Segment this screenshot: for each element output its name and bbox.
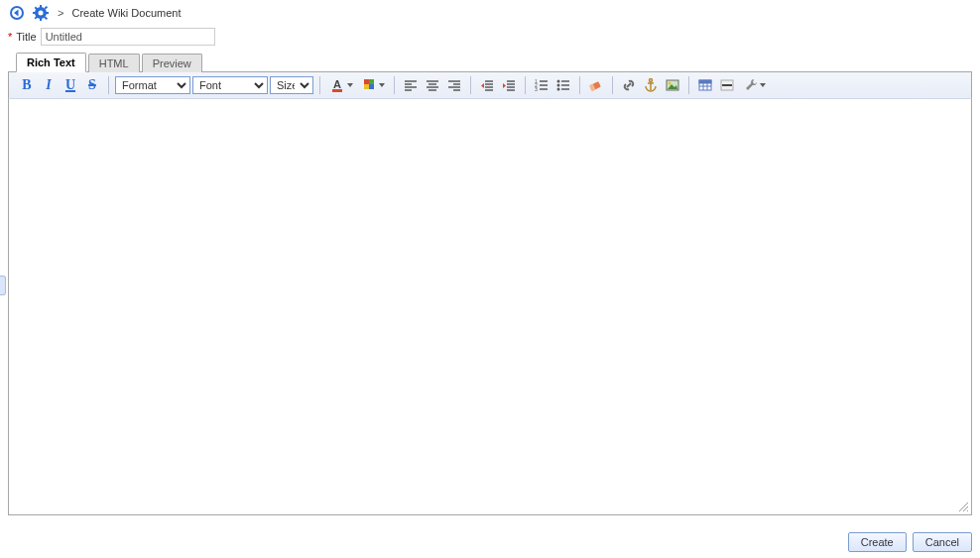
indent-button[interactable] bbox=[499, 75, 519, 95]
side-panel-expand-handle[interactable] bbox=[0, 276, 6, 295]
editor-toolbar: B I U S Format Font Size A bbox=[8, 72, 972, 99]
toolbar-separator bbox=[470, 76, 471, 94]
tab-label: Preview bbox=[153, 57, 191, 69]
toolbar-separator bbox=[579, 76, 580, 94]
tab-html[interactable]: HTML bbox=[88, 54, 140, 72]
toolbar-separator bbox=[319, 76, 320, 94]
resize-grip-icon[interactable] bbox=[957, 501, 969, 512]
size-select[interactable]: Size bbox=[270, 76, 313, 94]
toolbar-separator bbox=[394, 76, 395, 94]
bold-button[interactable]: B bbox=[17, 75, 37, 95]
editor-content-area[interactable] bbox=[8, 99, 972, 515]
back-icon[interactable] bbox=[8, 4, 26, 22]
svg-rect-15 bbox=[364, 79, 369, 84]
svg-rect-62 bbox=[699, 80, 711, 83]
svg-point-55 bbox=[650, 79, 653, 82]
svg-rect-6 bbox=[33, 12, 36, 14]
toolbar-separator bbox=[525, 76, 526, 94]
svg-rect-5 bbox=[40, 18, 42, 21]
align-right-button[interactable] bbox=[444, 75, 464, 95]
tab-preview[interactable]: Preview bbox=[142, 54, 202, 72]
svg-marker-35 bbox=[481, 83, 484, 88]
wiki-gear-icon[interactable] bbox=[32, 4, 50, 22]
ordered-list-button[interactable]: 1 2 3 bbox=[532, 75, 551, 95]
outdent-button[interactable] bbox=[477, 75, 497, 95]
svg-point-59 bbox=[669, 82, 672, 85]
button-label: Create bbox=[861, 536, 894, 548]
tab-rich-text[interactable]: Rich Text bbox=[16, 53, 86, 72]
editor-tabs: Rich Text HTML Preview bbox=[8, 52, 972, 72]
chevron-down-icon bbox=[760, 83, 766, 87]
background-color-button[interactable] bbox=[358, 75, 388, 95]
svg-rect-7 bbox=[46, 12, 49, 14]
tab-label: HTML bbox=[99, 57, 129, 69]
svg-rect-18 bbox=[369, 84, 374, 89]
svg-point-47 bbox=[557, 80, 560, 83]
tab-label: Rich Text bbox=[27, 56, 75, 68]
svg-rect-16 bbox=[369, 79, 374, 84]
link-button[interactable] bbox=[619, 75, 639, 95]
text-color-button[interactable]: A bbox=[326, 75, 356, 95]
breadcrumb-separator: > bbox=[58, 7, 63, 19]
required-indicator: * bbox=[8, 31, 12, 43]
button-label: Cancel bbox=[925, 536, 959, 548]
title-label: Title bbox=[16, 31, 36, 43]
toolbar-separator bbox=[688, 76, 689, 94]
toolbar-separator bbox=[108, 76, 109, 94]
svg-rect-17 bbox=[364, 84, 369, 89]
footer-actions: Create Cancel bbox=[848, 532, 972, 552]
create-button[interactable]: Create bbox=[848, 532, 907, 552]
title-row: * Title bbox=[0, 26, 980, 52]
align-left-button[interactable] bbox=[401, 75, 421, 95]
svg-point-49 bbox=[557, 88, 560, 91]
underline-button[interactable]: U bbox=[61, 75, 80, 95]
horizontal-rule-button[interactable] bbox=[717, 75, 737, 95]
eraser-button[interactable] bbox=[586, 75, 606, 95]
tools-menu-button[interactable] bbox=[739, 75, 769, 95]
strikethrough-button[interactable]: S bbox=[82, 75, 102, 95]
svg-rect-4 bbox=[40, 5, 42, 8]
svg-marker-40 bbox=[503, 83, 506, 88]
unordered-list-button[interactable] bbox=[553, 75, 573, 95]
chevron-down-icon bbox=[347, 83, 353, 87]
page-header: > Create Wiki Document bbox=[0, 0, 980, 26]
table-button[interactable] bbox=[695, 75, 715, 95]
breadcrumb-current: Create Wiki Document bbox=[71, 7, 181, 19]
svg-point-12 bbox=[39, 11, 44, 16]
svg-line-68 bbox=[959, 502, 968, 511]
chevron-down-icon bbox=[379, 83, 385, 87]
toolbar-separator bbox=[612, 76, 613, 94]
font-select[interactable]: Font bbox=[192, 76, 268, 94]
svg-text:A: A bbox=[333, 78, 341, 90]
cancel-button[interactable]: Cancel bbox=[913, 532, 972, 552]
svg-line-70 bbox=[967, 510, 968, 511]
format-select[interactable]: Format bbox=[115, 76, 190, 94]
anchor-button[interactable] bbox=[641, 75, 661, 95]
svg-rect-14 bbox=[332, 89, 342, 92]
italic-button[interactable]: I bbox=[39, 75, 59, 95]
align-center-button[interactable] bbox=[423, 75, 442, 95]
title-input[interactable] bbox=[41, 28, 215, 46]
svg-text:3: 3 bbox=[535, 86, 538, 92]
image-button[interactable] bbox=[663, 75, 682, 95]
svg-point-48 bbox=[557, 84, 560, 87]
